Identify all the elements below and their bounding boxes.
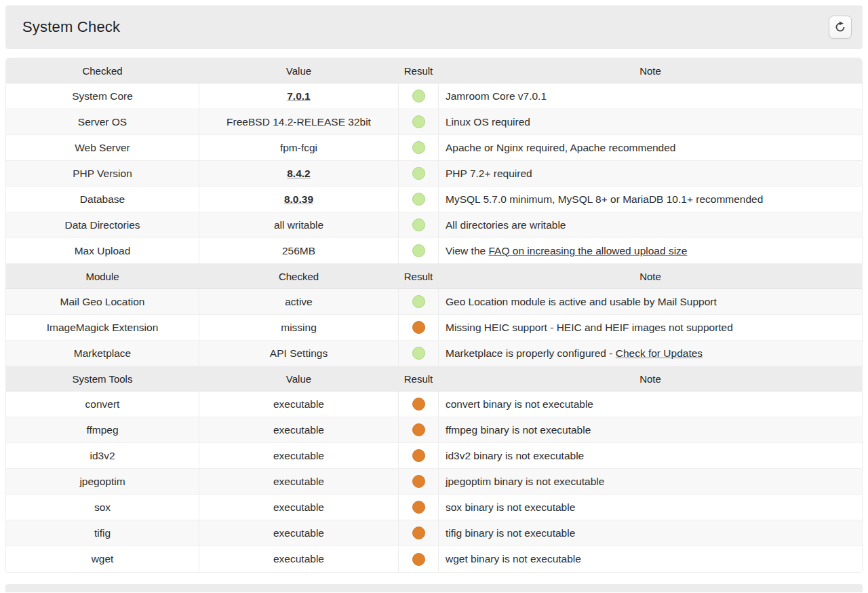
result-cell: [399, 83, 439, 109]
note-text: View the: [446, 245, 488, 256]
checked-cell: wget: [6, 546, 199, 572]
result-cell: [399, 135, 439, 161]
note-text: Linux OS required: [446, 116, 530, 128]
note-link[interactable]: Check for Updates: [616, 347, 703, 359]
note-text: PHP 7.2+ required: [446, 168, 532, 179]
note-cell: ffmpeg binary is not executable: [439, 417, 862, 443]
note-text: Geo Location module is active and usable…: [446, 296, 717, 307]
value-link[interactable]: 8.4.2: [287, 168, 310, 179]
result-cell: [399, 289, 439, 315]
note-text: Marketplace is properly configured -: [446, 347, 616, 359]
note-cell: Geo Location module is active and usable…: [439, 289, 862, 315]
note-link[interactable]: FAQ on increasing the allowed upload siz…: [488, 245, 687, 256]
checked-cell: PHP Version: [6, 161, 199, 187]
value-cell: 8.4.2: [199, 161, 399, 187]
check-row: MarketplaceAPI SettingsMarketplace is pr…: [6, 341, 862, 366]
note-cell: Linux OS required: [439, 109, 862, 135]
value-cell: executable: [199, 495, 399, 520]
section-header-row: ModuleCheckedResultNote: [6, 264, 862, 289]
result-cell: [399, 161, 439, 187]
result-cell: [399, 443, 439, 469]
check-row: System Core7.0.1Jamroom Core v7.0.1: [6, 83, 862, 109]
value-cell: FreeBSD 14.2-RELEASE 32bit: [199, 109, 399, 135]
checked-cell: id3v2: [6, 443, 199, 469]
note-cell: wget binary is not executable: [439, 546, 862, 572]
value-link[interactable]: 8.0.39: [284, 193, 313, 205]
system-check-page: System Check CheckedValueResultNoteSyste…: [5, 5, 863, 592]
next-panel-header-bar: [5, 584, 863, 592]
status-warning-dot: [412, 527, 425, 539]
check-row: PHP Version8.4.2PHP 7.2+ required: [6, 161, 862, 187]
system-check-table-body: CheckedValueResultNoteSystem Core7.0.1Ja…: [6, 58, 862, 572]
note-cell: jpegoptim binary is not executable: [439, 469, 862, 495]
checked-cell: Marketplace: [6, 341, 199, 366]
checked-cell: ImageMagick Extension: [6, 315, 199, 341]
result-cell: [399, 315, 439, 341]
result-cell: [399, 187, 439, 212]
status-ok-dot: [412, 90, 425, 102]
result-cell: [399, 546, 439, 572]
result-cell: [399, 238, 439, 264]
result-cell: [399, 469, 439, 495]
value-cell: active: [199, 289, 399, 315]
check-row: ImageMagick ExtensionmissingMissing HEIC…: [6, 315, 862, 341]
note-text: Apache or Nginx required, Apache recomme…: [446, 142, 675, 153]
note-text: Missing HEIC support - HEIC and HEIF ima…: [446, 322, 733, 333]
check-row: ffmpegexecutableffmpeg binary is not exe…: [6, 417, 862, 443]
note-text: All directories are writable: [446, 219, 566, 231]
note-cell: Marketplace is properly configured - Che…: [439, 341, 862, 366]
checked-cell: sox: [6, 495, 199, 520]
value-cell: fpm-fcgi: [199, 135, 399, 161]
value-cell: executable: [199, 546, 399, 572]
note-cell: Jamroom Core v7.0.1: [439, 83, 862, 109]
column-header: Note: [439, 366, 862, 391]
note-text: MySQL 5.7.0 minimum, MySQL 8+ or MariaDB…: [446, 193, 763, 205]
section-header-row: System ToolsValueResultNote: [6, 366, 862, 391]
section-header-row: CheckedValueResultNote: [6, 58, 862, 83]
value-cell: executable: [199, 391, 399, 417]
value-link[interactable]: 7.0.1: [287, 90, 310, 102]
note-cell: convert binary is not executable: [439, 391, 862, 417]
note-text: wget binary is not executable: [446, 553, 581, 565]
note-text: sox binary is not executable: [446, 501, 575, 513]
checked-cell: Mail Geo Location: [6, 289, 199, 315]
status-warning-dot: [412, 398, 425, 410]
column-header: Result: [399, 58, 439, 83]
status-ok-dot: [412, 167, 425, 180]
column-header: Value: [199, 58, 399, 83]
note-cell: tifig binary is not executable: [439, 520, 862, 546]
status-ok-dot: [412, 347, 425, 360]
checked-cell: Web Server: [6, 135, 199, 161]
note-text: tifig binary is not executable: [446, 527, 575, 539]
result-cell: [399, 212, 439, 238]
checked-cell: Server OS: [6, 109, 199, 135]
checked-cell: ffmpeg: [6, 417, 199, 443]
status-warning-dot: [412, 423, 425, 436]
note-text: id3v2 binary is not executable: [446, 450, 584, 461]
check-row: soxexecutablesox binary is not executabl…: [6, 495, 862, 520]
status-warning-dot: [412, 321, 425, 334]
check-row: Max Upload256MBView the FAQ on increasin…: [6, 238, 862, 264]
note-text: ffmpeg binary is not executable: [446, 424, 591, 436]
column-header: Module: [6, 264, 199, 289]
value-cell: executable: [199, 469, 399, 495]
result-cell: [399, 495, 439, 520]
column-header: Note: [439, 58, 862, 83]
status-ok-dot: [412, 244, 425, 257]
result-cell: [399, 391, 439, 417]
checked-cell: Max Upload: [6, 238, 199, 264]
result-cell: [399, 520, 439, 546]
checked-cell: jpegoptim: [6, 469, 199, 495]
value-cell: executable: [199, 417, 399, 443]
status-ok-dot: [412, 295, 425, 308]
refresh-button[interactable]: [829, 16, 852, 39]
value-cell: 256MB: [199, 238, 399, 264]
value-cell: executable: [199, 443, 399, 469]
column-header: Result: [399, 366, 439, 391]
status-warning-dot: [412, 475, 425, 488]
page-title: System Check: [22, 18, 829, 36]
status-warning-dot: [412, 553, 425, 566]
check-row: wgetexecutablewget binary is not executa…: [6, 546, 862, 572]
check-row: Web Serverfpm-fcgiApache or Nginx requir…: [6, 135, 862, 161]
note-cell: View the FAQ on increasing the allowed u…: [439, 238, 862, 264]
